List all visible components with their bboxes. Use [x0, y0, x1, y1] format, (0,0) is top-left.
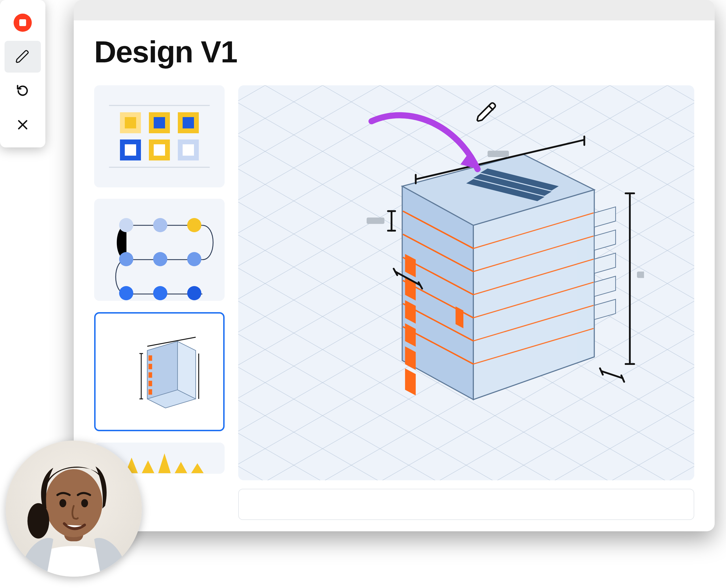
chart-bar [191, 463, 204, 473]
swatch-row [102, 112, 217, 133]
flow-node [187, 252, 201, 266]
thumbnail-palette[interactable] [94, 85, 225, 187]
floating-toolbar [0, 0, 45, 147]
svg-marker-2 [178, 341, 196, 399]
svg-line-55 [602, 371, 623, 378]
svg-point-70 [81, 499, 88, 507]
building-thumb-icon [114, 326, 205, 417]
chart-bar [175, 462, 187, 473]
swatch [149, 140, 170, 161]
flow-node [187, 218, 201, 232]
svg-marker-41 [595, 207, 616, 227]
svg-marker-43 [595, 253, 616, 273]
flow-diagram [102, 207, 217, 293]
svg-marker-45 [595, 299, 616, 319]
swatch [178, 140, 199, 161]
window-titlebar [74, 0, 715, 20]
thumbnail-flow[interactable] [94, 199, 225, 301]
svg-point-68 [27, 503, 49, 539]
close-button[interactable] [4, 109, 41, 141]
flow-node [119, 286, 133, 300]
chart-bar [158, 453, 171, 473]
swatch [149, 112, 170, 133]
redo-icon [15, 83, 30, 98]
svg-rect-5 [149, 372, 152, 378]
canvas-pencil-icon [475, 101, 498, 124]
svg-marker-44 [595, 276, 616, 296]
edit-button[interactable] [4, 41, 41, 72]
svg-marker-42 [595, 230, 616, 250]
svg-point-69 [60, 499, 66, 507]
swatch-row [102, 140, 217, 161]
swatch [120, 140, 141, 161]
comment-input[interactable] [238, 489, 694, 520]
svg-rect-62 [367, 217, 385, 224]
divider [109, 105, 210, 106]
close-icon [16, 118, 29, 131]
page-title: Design V1 [94, 34, 694, 69]
svg-rect-3 [149, 355, 152, 361]
swatch [120, 112, 141, 133]
flow-node [153, 286, 167, 300]
flow-node [187, 286, 201, 300]
svg-rect-6 [149, 381, 152, 386]
flow-node [153, 252, 167, 266]
pencil-icon [15, 49, 30, 64]
svg-marker-20 [473, 190, 594, 399]
redo-button[interactable] [4, 75, 41, 107]
swatch [178, 112, 199, 133]
flow-node [119, 218, 133, 232]
record-button[interactable] [4, 7, 41, 39]
svg-rect-38 [405, 368, 416, 395]
user-avatar[interactable] [6, 441, 142, 577]
record-icon [14, 14, 32, 32]
workspace [94, 85, 694, 520]
design-canvas[interactable] [238, 85, 694, 480]
flow-node [153, 218, 167, 232]
flow-node [119, 252, 133, 266]
canvas-column [238, 85, 694, 520]
thumbnail-building[interactable] [94, 312, 225, 431]
chart-bar [142, 460, 154, 473]
divider [109, 167, 210, 168]
app-window: Design V1 [74, 0, 715, 531]
svg-rect-7 [149, 389, 152, 395]
svg-rect-4 [149, 364, 152, 369]
svg-rect-63 [637, 271, 644, 278]
